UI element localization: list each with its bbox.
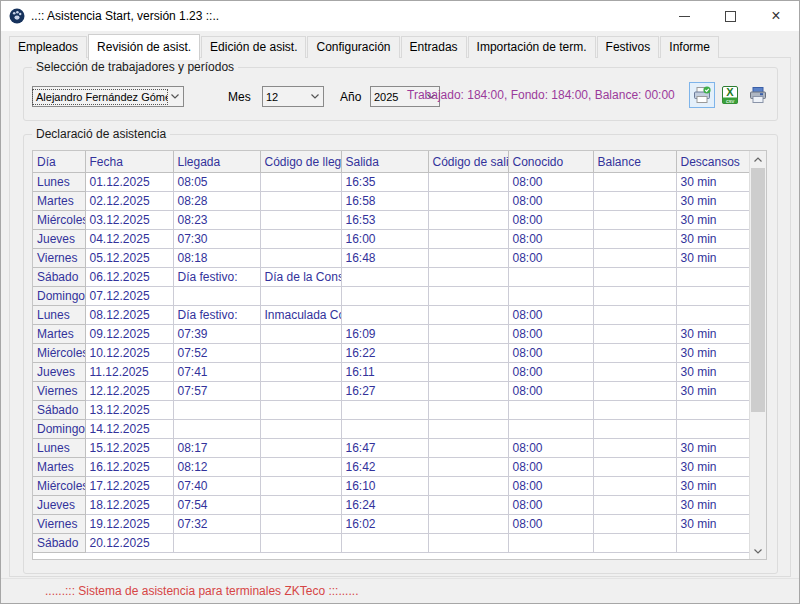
print-button[interactable]	[745, 82, 771, 108]
table-cell[interactable]	[676, 534, 751, 553]
table-cell[interactable]: 16:48	[341, 249, 428, 268]
table-cell[interactable]	[341, 420, 428, 439]
table-cell[interactable]: 07:30	[173, 230, 260, 249]
table-cell[interactable]	[428, 382, 508, 401]
table-cell[interactable]	[593, 268, 676, 287]
table-cell[interactable]: 08:00	[508, 249, 593, 268]
table-row[interactable]: Viernes12.12.202507:5716:2708:0030 min	[33, 382, 751, 401]
table-cell[interactable]: Día de la Constit	[260, 268, 341, 287]
table-cell[interactable]: 07.12.2025	[85, 287, 173, 306]
table-cell[interactable]: 19.12.2025	[85, 515, 173, 534]
table-cell[interactable]: 16:24	[341, 496, 428, 515]
table-cell[interactable]: 16:22	[341, 344, 428, 363]
table-cell[interactable]: Inmaculada Con	[260, 306, 341, 325]
table-row[interactable]: Sábado20.12.2025	[33, 534, 751, 553]
table-cell[interactable]	[676, 420, 751, 439]
day-cell[interactable]: Martes	[33, 325, 85, 344]
table-row[interactable]: Lunes01.12.202508:0516:3508:0030 min	[33, 173, 751, 192]
day-cell[interactable]: Jueves	[33, 230, 85, 249]
table-cell[interactable]: 30 min	[676, 344, 751, 363]
table-cell[interactable]	[428, 344, 508, 363]
table-cell[interactable]	[260, 249, 341, 268]
table-cell[interactable]: 11.12.2025	[85, 363, 173, 382]
tab-configuraci-n[interactable]: Configuración	[307, 36, 399, 58]
table-cell[interactable]	[428, 211, 508, 230]
day-cell[interactable]: Lunes	[33, 173, 85, 192]
table-cell[interactable]	[260, 382, 341, 401]
table-cell[interactable]	[260, 458, 341, 477]
table-cell[interactable]	[593, 249, 676, 268]
table-row[interactable]: Jueves18.12.202507:5416:2408:0030 min	[33, 496, 751, 515]
tab-festivos[interactable]: Festivos	[597, 36, 660, 58]
table-cell[interactable]: 09.12.2025	[85, 325, 173, 344]
worker-select[interactable]: Alejandro Fernández Gómez (7)	[32, 86, 184, 107]
table-cell[interactable]: 17.12.2025	[85, 477, 173, 496]
table-cell[interactable]	[428, 477, 508, 496]
table-cell[interactable]	[260, 363, 341, 382]
table-cell[interactable]: 08:05	[173, 173, 260, 192]
table-cell[interactable]: 08:00	[508, 458, 593, 477]
table-cell[interactable]: 16:10	[341, 477, 428, 496]
table-cell[interactable]	[341, 268, 428, 287]
table-cell[interactable]	[593, 420, 676, 439]
table-cell[interactable]	[508, 287, 593, 306]
table-cell[interactable]: 16:00	[341, 230, 428, 249]
table-cell[interactable]	[593, 325, 676, 344]
table-cell[interactable]: 04.12.2025	[85, 230, 173, 249]
table-cell[interactable]: 08:00	[508, 477, 593, 496]
tab-importaci-n-de-term[interactable]: Importación de term.	[468, 36, 596, 58]
table-cell[interactable]	[260, 192, 341, 211]
table-row[interactable]: Miércoles03.12.202508:2316:5308:0030 min	[33, 211, 751, 230]
table-cell[interactable]	[428, 230, 508, 249]
table-cell[interactable]	[593, 439, 676, 458]
table-cell[interactable]	[428, 325, 508, 344]
table-cell[interactable]: 08:00	[508, 306, 593, 325]
table-row[interactable]: Martes02.12.202508:2816:5808:0030 min	[33, 192, 751, 211]
table-row[interactable]: Domingo14.12.2025	[33, 420, 751, 439]
day-cell[interactable]: Sábado	[33, 268, 85, 287]
table-cell[interactable]: 07:32	[173, 515, 260, 534]
table-cell[interactable]: 16:02	[341, 515, 428, 534]
table-cell[interactable]: 07:54	[173, 496, 260, 515]
table-cell[interactable]: 07:52	[173, 344, 260, 363]
table-cell[interactable]	[508, 420, 593, 439]
table-cell[interactable]	[593, 515, 676, 534]
table-cell[interactable]	[260, 287, 341, 306]
table-cell[interactable]: 08:00	[508, 382, 593, 401]
day-cell[interactable]: Viernes	[33, 515, 85, 534]
table-cell[interactable]: 08:00	[508, 230, 593, 249]
table-cell[interactable]	[593, 477, 676, 496]
table-cell[interactable]	[593, 211, 676, 230]
table-cell[interactable]	[260, 173, 341, 192]
table-cell[interactable]: 16:27	[341, 382, 428, 401]
table-cell[interactable]	[428, 192, 508, 211]
day-cell[interactable]: Miércoles	[33, 211, 85, 230]
table-cell[interactable]: 16:35	[341, 173, 428, 192]
scroll-up-button[interactable]	[750, 151, 766, 167]
table-cell[interactable]	[508, 534, 593, 553]
table-cell[interactable]	[593, 287, 676, 306]
table-cell[interactable]: 08.12.2025	[85, 306, 173, 325]
table-cell[interactable]	[508, 401, 593, 420]
table-cell[interactable]	[428, 496, 508, 515]
table-cell[interactable]	[593, 363, 676, 382]
table-cell[interactable]: 18.12.2025	[85, 496, 173, 515]
day-cell[interactable]: Sábado	[33, 534, 85, 553]
table-cell[interactable]: 08:00	[508, 496, 593, 515]
table-cell[interactable]	[260, 344, 341, 363]
table-cell[interactable]	[428, 268, 508, 287]
day-cell[interactable]: Martes	[33, 458, 85, 477]
table-cell[interactable]: 30 min	[676, 477, 751, 496]
day-cell[interactable]: Viernes	[33, 382, 85, 401]
table-cell[interactable]	[428, 401, 508, 420]
table-row[interactable]: Domingo07.12.2025	[33, 287, 751, 306]
table-cell[interactable]	[260, 477, 341, 496]
table-cell[interactable]	[593, 173, 676, 192]
table-cell[interactable]: 05.12.2025	[85, 249, 173, 268]
table-cell[interactable]: 07:40	[173, 477, 260, 496]
table-cell[interactable]	[428, 458, 508, 477]
table-cell[interactable]	[593, 344, 676, 363]
day-cell[interactable]: Jueves	[33, 363, 85, 382]
table-cell[interactable]: 08:00	[508, 211, 593, 230]
table-row[interactable]: Sábado06.12.2025Día festivo:Día de la Co…	[33, 268, 751, 287]
